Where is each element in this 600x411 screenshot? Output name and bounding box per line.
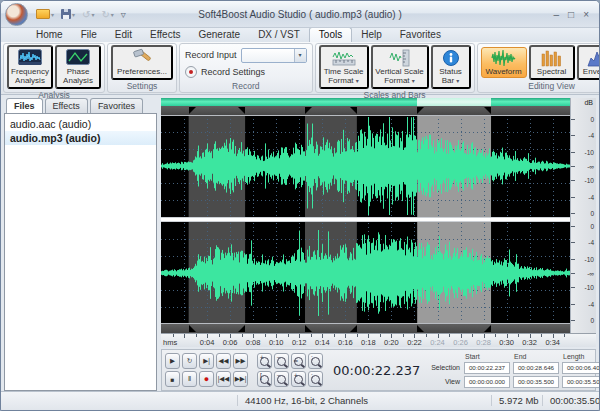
phase-analysis-button[interactable]: Phase Analysis	[55, 45, 101, 89]
db-scale-label: -10	[585, 284, 594, 291]
selection-marker-end[interactable]	[484, 107, 491, 114]
zoom-to-selection-button[interactable]: ‗	[291, 353, 306, 369]
skip-to-end-button[interactable]: ▶▶|	[233, 371, 248, 387]
region-marker-start[interactable]	[305, 325, 312, 332]
skip-to-start-button[interactable]: |◀◀	[216, 371, 231, 387]
envelope-icon	[587, 48, 600, 68]
time-scale-format-button[interactable]: Time Scale Format ▾	[319, 45, 369, 89]
loop-playback-button[interactable]: ↻	[182, 353, 197, 369]
rewind-button[interactable]: ◀◀	[216, 353, 231, 369]
time-ruler[interactable]: hms0:040:060:080:100:120:140:160:180:200…	[161, 333, 596, 347]
waveform-view-label: Waveform	[485, 68, 521, 77]
db-unit-label: dB	[584, 99, 593, 106]
save-button[interactable]: ▾	[59, 8, 77, 20]
menu-tab-dx-vst[interactable]: DX / VST	[249, 28, 309, 42]
region-marker-end[interactable]	[238, 325, 245, 332]
zoom-modifier-glyph: :	[311, 355, 313, 362]
zoom-vertical-in-button[interactable]: +	[291, 371, 306, 387]
window-controls: – □ ×	[554, 9, 599, 20]
frequency-analysis-button[interactable]: Frequency Analysis	[7, 45, 53, 89]
db-scale-label: 0	[590, 316, 594, 323]
maximize-button[interactable]: □	[568, 9, 574, 20]
file-list: audio.aac (audio)audio.mp3 (audio)	[4, 113, 157, 391]
spectral-view-button[interactable]: Spectral	[529, 45, 575, 80]
menu-tab-favorites[interactable]: Favorites	[391, 28, 450, 42]
file-list-item[interactable]: audio.mp3 (audio)	[5, 131, 156, 145]
record-settings-button[interactable]: Record Settings	[201, 67, 265, 77]
ruler-label: 0:18	[361, 338, 376, 347]
region-marker-start[interactable]	[305, 107, 312, 114]
menu-tab-bar: HomeFileEditEffectsGenerateDX / VSTTools…	[1, 28, 599, 42]
menu-tab-edit[interactable]: Edit	[106, 28, 141, 42]
panel-tab-files[interactable]: Files	[6, 98, 43, 113]
zoom-ratio-button[interactable]: :	[308, 353, 323, 369]
panel-tab-favorites[interactable]: Favorites	[90, 98, 143, 113]
zoom-ratio-2-button[interactable]: :	[308, 371, 323, 387]
menu-tab-generate[interactable]: Generate	[189, 28, 249, 42]
ruler-tick	[449, 334, 450, 337]
play-button[interactable]: ▶	[165, 353, 180, 369]
region-marker-end[interactable]	[350, 325, 357, 332]
dropdown-arrow-icon: ▾	[72, 11, 75, 18]
selection-marker-start[interactable]	[417, 325, 424, 332]
selection-marker-end[interactable]	[484, 325, 491, 332]
play-button-glyph: ▶	[170, 357, 175, 365]
record-settings-icon	[185, 66, 197, 78]
waveform-canvas[interactable]	[161, 115, 570, 324]
skip-to-start-button-glyph: |◀◀	[218, 375, 230, 383]
marker-strip-top[interactable]	[161, 106, 570, 115]
zoom-selection-button[interactable]: [	[257, 371, 272, 387]
ruler-unit-label: hms	[163, 338, 177, 347]
menu-tab-effects[interactable]: Effects	[141, 28, 189, 42]
dropdown-arrow-icon: ▾	[412, 78, 415, 84]
minimize-button[interactable]: –	[554, 9, 560, 20]
region-marker-end[interactable]	[350, 107, 357, 114]
zoom-in-button[interactable]: +	[257, 353, 272, 369]
region-marker-start[interactable]	[189, 325, 196, 332]
record-button[interactable]: ●	[199, 371, 214, 387]
undo-button[interactable]: ↺▾	[80, 8, 96, 21]
db-scale-tick	[571, 273, 575, 274]
waveform-view-button[interactable]: Waveform	[481, 47, 527, 78]
zoom-out-button[interactable]: −	[274, 353, 289, 369]
status-bar-button[interactable]: Status Bar ▾	[431, 45, 471, 89]
seek-bar[interactable]	[161, 98, 570, 106]
dropdown-arrow-icon: ▾	[456, 78, 459, 84]
selection-end-value: 00:00:28.646	[513, 362, 559, 374]
redo-button[interactable]: ↻▾	[99, 8, 115, 21]
db-scale-tick	[571, 242, 575, 243]
record-input-select[interactable]: ▾	[241, 48, 307, 63]
menu-tab-help[interactable]: Help	[352, 28, 391, 42]
menu-tab-home[interactable]: Home	[27, 28, 72, 42]
preferences-button[interactable]: Preferences...	[111, 45, 173, 80]
ribbon-group-label: Record	[180, 81, 312, 92]
dropdown-arrow-icon: ▾	[356, 78, 359, 84]
stop-button[interactable]: ■	[165, 371, 180, 387]
play-to-end-button[interactable]: ▶|	[199, 353, 214, 369]
stop-button-glyph: ■	[171, 376, 175, 383]
ruler-tick	[288, 334, 289, 337]
quick-open-button[interactable]: ▾	[34, 8, 56, 20]
close-button[interactable]: ×	[583, 9, 589, 20]
app-logo-icon[interactable]	[5, 3, 28, 26]
menu-tab-file[interactable]: File	[72, 28, 106, 42]
vertical-scale-format-button[interactable]: Vertical Scale Format ▾	[371, 45, 429, 89]
selection-marker-start[interactable]	[417, 107, 424, 114]
region-marker-end[interactable]	[238, 107, 245, 114]
file-list-item[interactable]: audio.aac (audio)	[5, 117, 156, 131]
pause-button[interactable]: Ⅱ	[182, 371, 197, 387]
customize-toolbar-button[interactable]: ▿	[119, 8, 128, 21]
panel-tab-effects[interactable]: Effects	[45, 98, 88, 113]
zoom-modifier-glyph: +	[294, 373, 298, 380]
zoom-vertical-out-button[interactable]: −	[274, 371, 289, 387]
menu-tab-tools[interactable]: Tools	[309, 27, 352, 42]
record-button-glyph: ●	[204, 375, 209, 384]
marker-strip-bottom[interactable]	[161, 324, 570, 333]
seek-bar-selection	[417, 98, 491, 106]
fast-forward-button[interactable]: ▶▶	[233, 353, 248, 369]
column-header-start: Start	[464, 353, 510, 360]
envelope-view-button[interactable]: Envelope	[577, 45, 600, 80]
region-marker-start[interactable]	[189, 107, 196, 114]
db-scale-label: -10	[585, 255, 594, 262]
ruler-tick	[265, 334, 266, 337]
